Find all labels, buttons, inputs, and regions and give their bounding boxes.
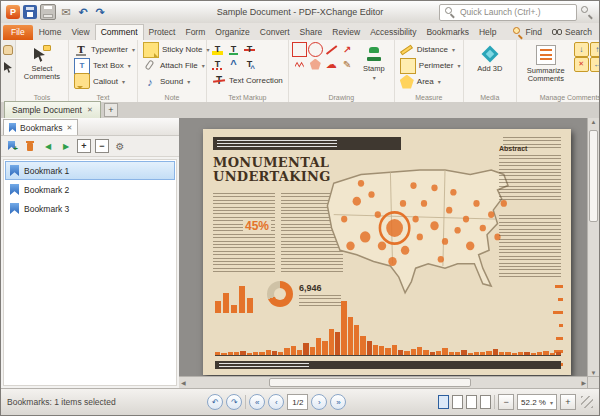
bookmark-item[interactable]: Bookmark 3 — [5, 199, 175, 218]
ribbon-tab-protect[interactable]: Protect — [144, 25, 181, 40]
last-page-button[interactable]: » — [330, 394, 346, 410]
button-typewriter[interactable]: Typewriter▾ — [72, 42, 137, 57]
bookmarks-panel: Bookmarks ✕ Bookmark 1Bookmark 2Bookmark… — [1, 118, 180, 388]
horizontal-scroll-thumb[interactable] — [269, 378, 471, 387]
map-dot — [454, 227, 460, 234]
app-icon[interactable] — [6, 5, 20, 19]
button-export-comments[interactable] — [590, 42, 600, 56]
next-page-button[interactable]: › — [311, 394, 327, 410]
ribbon-tab-share[interactable]: Share — [295, 25, 328, 40]
ribbon-tab-convert[interactable]: Convert — [255, 25, 295, 40]
undo-icon[interactable] — [76, 5, 90, 19]
button-sound[interactable]: Sound▾ — [141, 74, 211, 89]
ribbon-tab-bookmarks[interactable]: Bookmarks — [421, 25, 474, 40]
button-underline-text[interactable] — [226, 42, 241, 56]
button-replace-text[interactable] — [242, 57, 257, 71]
search-button-icon[interactable] — [580, 5, 594, 19]
previous-page-button[interactable]: ‹ — [268, 394, 284, 410]
redo-icon[interactable] — [93, 5, 107, 19]
ribbon-tab-view[interactable]: View — [66, 25, 94, 40]
ribbon-tab-help[interactable]: Help — [474, 25, 501, 40]
ribbon-tab-home[interactable]: Home — [34, 25, 67, 40]
button-previous-comment[interactable] — [590, 57, 600, 71]
button-area[interactable]: Area▾ — [398, 74, 463, 89]
ribbon-tab-form[interactable]: Form — [180, 25, 210, 40]
button-polyline[interactable] — [292, 57, 307, 71]
typewriter-icon — [74, 43, 88, 57]
scroll-right-icon[interactable]: ▶ — [581, 379, 586, 386]
button-new-bookmark[interactable] — [5, 139, 19, 153]
summarize-comments-button[interactable]: Summarize Comments — [520, 42, 572, 90]
document-tab-active[interactable]: Sample Document ✕ — [4, 101, 101, 118]
button-arrow[interactable] — [340, 42, 355, 56]
button-delete-bookmark[interactable] — [23, 139, 37, 153]
button-import-comments[interactable] — [574, 42, 589, 56]
mail-icon[interactable] — [59, 5, 73, 19]
find-button[interactable]: Find — [509, 25, 546, 39]
save-icon[interactable] — [23, 5, 37, 19]
button-line[interactable] — [324, 42, 339, 56]
vertical-scrollbar[interactable]: ▲ ▼ — [587, 118, 599, 377]
button-hide-comments[interactable] — [574, 57, 589, 71]
continuous-layout-icon[interactable] — [452, 395, 463, 409]
button-perimeter[interactable]: Perimeter▾ — [398, 58, 463, 73]
new-tab-button[interactable]: + — [104, 103, 118, 117]
stamp-button[interactable]: Stamp ▾ — [357, 42, 391, 90]
zoom-in-button[interactable]: + — [560, 394, 576, 410]
button-pencil[interactable] — [340, 57, 355, 71]
zoom-out-button[interactable]: − — [498, 394, 514, 410]
button-ellipse[interactable] — [308, 42, 323, 56]
button-strikeout-text[interactable] — [242, 42, 257, 56]
button-expand-bookmarks[interactable] — [77, 139, 91, 153]
button-sticky-note[interactable]: Sticky Note▾ — [141, 42, 211, 57]
button-callout[interactable]: Callout▾ — [72, 74, 137, 89]
select-tool-icon[interactable] — [1, 61, 15, 75]
ribbon-tab-comment[interactable]: Comment — [95, 24, 144, 40]
ribbon-tab-accessibility[interactable]: Accessibility — [365, 25, 421, 40]
histogram-bar — [335, 332, 340, 355]
two-page-layout-icon[interactable] — [466, 395, 477, 409]
document-view[interactable]: MONUMENTAL UNDERTAKING 45% 6,946 Abstrac… — [179, 118, 599, 388]
bookmarks-tree: Bookmark 1Bookmark 2Bookmark 3 — [3, 159, 177, 386]
close-panel-icon[interactable]: ✕ — [67, 124, 73, 132]
quick-launch-input[interactable]: Quick Launch (Ctrl+.) — [439, 4, 577, 21]
scroll-up-icon[interactable]: ▲ — [591, 119, 597, 125]
previous-view-button[interactable]: ↶ — [207, 394, 223, 410]
zoom-level-box[interactable]: 52.2 % ▾ — [517, 394, 557, 410]
single-page-layout-icon[interactable] — [438, 395, 449, 409]
ribbon-tab-organize[interactable]: Organize — [210, 25, 255, 40]
ribbon-tab-review[interactable]: Review — [327, 25, 365, 40]
button-insert-text[interactable] — [226, 57, 241, 71]
button-highlight-text[interactable] — [210, 42, 225, 56]
button-distance[interactable]: Distance▾ — [398, 42, 463, 57]
button-rectangle[interactable] — [292, 42, 307, 56]
search-button[interactable]: Search — [548, 25, 595, 39]
button-bookmark-properties[interactable] — [113, 139, 127, 153]
bookmark-item[interactable]: Bookmark 1 — [5, 161, 175, 180]
add-3d-button[interactable]: Add 3D — [467, 42, 513, 90]
button-demote-bookmark[interactable] — [59, 139, 73, 153]
button-collapse-bookmarks[interactable] — [95, 139, 109, 153]
button-attach-file[interactable]: Attach File▾ — [141, 58, 211, 73]
button-squiggly-underline[interactable] — [210, 57, 225, 71]
close-tab-icon[interactable]: ✕ — [87, 106, 93, 114]
horizontal-scrollbar[interactable]: ◀ ▶ — [179, 376, 588, 388]
button-polygon[interactable] — [308, 57, 323, 71]
bookmark-item[interactable]: Bookmark 2 — [5, 180, 175, 199]
resize-grip[interactable] — [581, 396, 593, 408]
select-comments-button[interactable]: Select Comments — [19, 42, 65, 90]
scroll-left-icon[interactable]: ◀ — [181, 379, 186, 386]
page-number-box[interactable]: 1/2 — [287, 394, 308, 410]
hand-tool-icon[interactable] — [1, 43, 15, 57]
first-page-button[interactable]: « — [249, 394, 265, 410]
ribbon-tab-file[interactable]: File — [3, 25, 33, 40]
next-view-button[interactable]: ↷ — [226, 394, 242, 410]
print-icon[interactable] — [40, 4, 56, 20]
text-correction-button[interactable]: Text Correction — [210, 73, 285, 88]
button-promote-bookmark[interactable] — [41, 139, 55, 153]
button-text-box[interactable]: Text Box▾ — [72, 58, 137, 73]
vertical-scroll-thumb[interactable] — [589, 130, 598, 222]
button-cloud[interactable] — [324, 57, 339, 71]
two-page-continuous-layout-icon[interactable] — [480, 395, 491, 409]
bookmarks-panel-tab[interactable]: Bookmarks ✕ — [3, 119, 78, 135]
